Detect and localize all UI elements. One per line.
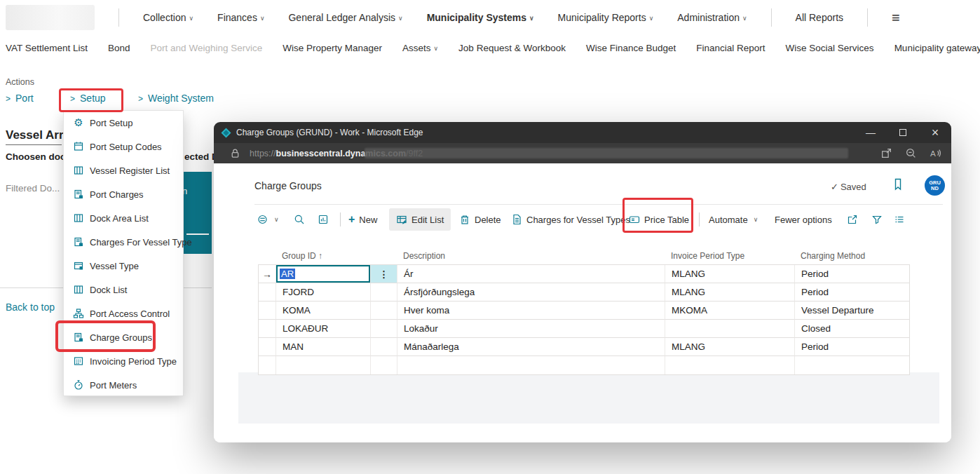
nav-item-all-reports[interactable]: All Reports: [796, 12, 843, 23]
window-titlebar[interactable]: Charge Groups (GRUND) - Work - Microsoft…: [214, 122, 951, 143]
row-ellipsis-cell[interactable]: [371, 338, 397, 356]
description-cell[interactable]: Ár: [397, 265, 665, 283]
charging-method-cell[interactable]: Period: [795, 283, 910, 302]
table-row[interactable]: KOMA Hver koma MKOMA Vessel Departure: [259, 302, 909, 320]
row-ellipsis-cell[interactable]: [371, 356, 397, 374]
menu-item-dock-area-list[interactable]: Dock Area List: [64, 206, 183, 230]
charging-method-cell[interactable]: Period: [795, 338, 910, 356]
analyze-button[interactable]: [318, 208, 329, 231]
row-selector-cell[interactable]: [259, 338, 276, 356]
column-header-charging-method[interactable]: Charging Method: [794, 247, 909, 264]
row-selector-cell[interactable]: [259, 320, 276, 338]
search-button[interactable]: [294, 208, 305, 231]
row-selector-cell[interactable]: [259, 283, 276, 302]
invoice-period-type-cell[interactable]: MLANG: [665, 338, 795, 356]
subnav-assets[interactable]: Assets∨: [402, 43, 438, 53]
charging-method-cell[interactable]: Period: [795, 265, 910, 283]
subnav-bond[interactable]: Bond: [108, 43, 130, 53]
description-cell[interactable]: [397, 356, 665, 374]
column-header-description[interactable]: Description: [397, 247, 665, 264]
hamburger-menu-icon[interactable]: ≡: [892, 10, 900, 26]
row-selector-cell[interactable]: [259, 302, 276, 320]
group-id-cell[interactable]: LOKAÐUR: [276, 320, 371, 338]
invoice-period-type-cell[interactable]: MLANG: [665, 265, 795, 283]
views-button[interactable]: ∨: [257, 208, 279, 231]
menu-item-dock-list[interactable]: Dock List: [64, 278, 183, 302]
nav-item-municipality-systems[interactable]: Municipality Systems∨: [427, 12, 534, 23]
group-id-cell[interactable]: [276, 356, 371, 374]
description-cell[interactable]: Ársfjórðungslega: [397, 283, 665, 302]
subnav-financial-report[interactable]: Financial Report: [696, 43, 765, 53]
menu-item-port-access-control[interactable]: Port Access Control: [64, 302, 183, 325]
description-cell[interactable]: Lokaður: [397, 320, 665, 338]
invoice-period-type-cell[interactable]: MLANG: [665, 283, 795, 302]
cell-input[interactable]: AR: [276, 265, 370, 283]
menu-item-vessel-register-list[interactable]: Vessel Register List: [64, 158, 183, 182]
row-ellipsis-cell[interactable]: [371, 283, 397, 302]
new-button[interactable]: +New: [348, 208, 377, 231]
list-options-button[interactable]: [894, 208, 905, 231]
charging-method-cell[interactable]: Closed: [795, 320, 910, 338]
menu-item-port-setup[interactable]: ⚙Port Setup: [64, 111, 183, 135]
subnav-wise-social-services[interactable]: Wise Social Services: [786, 43, 874, 53]
read-aloud-icon[interactable]: A: [930, 147, 941, 159]
menu-item-charge-groups[interactable]: Charge Groups: [64, 325, 183, 349]
invoice-period-type-cell[interactable]: [665, 320, 795, 338]
table-row-empty[interactable]: [259, 356, 909, 374]
share-button[interactable]: [847, 208, 858, 231]
description-cell[interactable]: Hver koma: [397, 302, 665, 320]
nav-item-administration[interactable]: Administration∨: [677, 12, 747, 23]
minimize-button[interactable]: —: [855, 122, 887, 143]
menu-item-port-setup-codes[interactable]: Port Setup Codes: [64, 135, 183, 158]
menu-item-port-charges[interactable]: Port Charges: [64, 182, 183, 206]
nav-item-general-ledger-analysis[interactable]: General Ledger Analysis∨: [288, 12, 402, 23]
bookmark-icon[interactable]: [892, 178, 904, 191]
subnav-vat-settlement-list[interactable]: VAT Settlement List: [6, 43, 88, 53]
subnav-job-request-workbook[interactable]: Job Request & Workbook: [458, 43, 566, 53]
delete-button[interactable]: Delete: [459, 208, 501, 231]
row-ellipsis-cell[interactable]: [371, 320, 397, 338]
description-cell[interactable]: Mánaðarlega: [397, 338, 665, 356]
menu-item-port-meters[interactable]: Port Meters: [64, 373, 183, 397]
table-row-selected[interactable]: → AR ⋮ Ár MLANG Period: [259, 265, 909, 283]
row-ellipsis-cell[interactable]: [371, 302, 397, 320]
edit-list-button[interactable]: Edit List: [389, 208, 451, 231]
row-selector-cell[interactable]: [259, 356, 276, 374]
table-row[interactable]: MAN Mánaðarlega MLANG Period: [259, 338, 909, 356]
nav-item-collection[interactable]: Collection∨: [143, 12, 193, 23]
fewer-options-button[interactable]: Fewer options: [775, 208, 832, 231]
address-bar[interactable]: https://businesscentral.dynamics.com/9ff…: [214, 143, 951, 163]
charging-method-cell[interactable]: [795, 356, 910, 374]
subnav-wise-finance-budget[interactable]: Wise Finance Budget: [586, 43, 676, 53]
action-link-setup[interactable]: >Setup: [70, 93, 106, 104]
charging-method-cell[interactable]: Vessel Departure: [795, 302, 910, 320]
price-table-button[interactable]: Price Table: [629, 208, 689, 231]
nav-item-municipality-reports[interactable]: Municipality Reports∨: [558, 12, 654, 23]
menu-item-vessel-type[interactable]: Vessel Type: [64, 254, 183, 278]
zoom-out-icon[interactable]: [905, 147, 917, 159]
invoice-period-type-cell[interactable]: [665, 356, 795, 374]
back-to-top-link[interactable]: Back to top: [6, 302, 55, 313]
column-header-group-id[interactable]: Group ID ↑: [275, 247, 370, 264]
column-header-invoice-period-type[interactable]: Invoice Period Type: [665, 247, 794, 264]
table-row[interactable]: LOKAÐUR Lokaður Closed: [259, 320, 909, 338]
close-button[interactable]: ×: [919, 122, 951, 143]
group-id-cell[interactable]: KOMA: [276, 302, 371, 320]
action-link-weight-system[interactable]: >Weight System: [138, 93, 214, 104]
subnav-wise-property-manager[interactable]: Wise Property Manager: [283, 43, 382, 53]
charges-for-vessel-types-button[interactable]: Charges for Vessel Types: [511, 208, 630, 231]
subnav-port-and-weighing-service[interactable]: Port and Weighing Service: [151, 43, 263, 53]
group-id-cell-editing[interactable]: AR: [276, 265, 371, 283]
maximize-button[interactable]: [887, 122, 919, 143]
automate-button[interactable]: Automate∨: [709, 208, 758, 231]
menu-item-charges-for-vessel-type[interactable]: Charges For Vessel Type: [64, 230, 183, 254]
group-id-cell[interactable]: FJORD: [276, 283, 371, 302]
group-id-cell[interactable]: MAN: [276, 338, 371, 356]
nav-item-finances[interactable]: Finances∨: [217, 12, 264, 23]
invoice-period-type-cell[interactable]: MKOMA: [665, 302, 795, 320]
action-link-port[interactable]: >Port: [6, 93, 34, 104]
filter-button[interactable]: [871, 208, 883, 231]
table-row[interactable]: FJORD Ársfjórðungslega MLANG Period: [259, 283, 909, 302]
subnav-municipality-gateway[interactable]: Municipality gateway: [894, 43, 980, 53]
company-avatar[interactable]: GRUND: [925, 175, 945, 196]
